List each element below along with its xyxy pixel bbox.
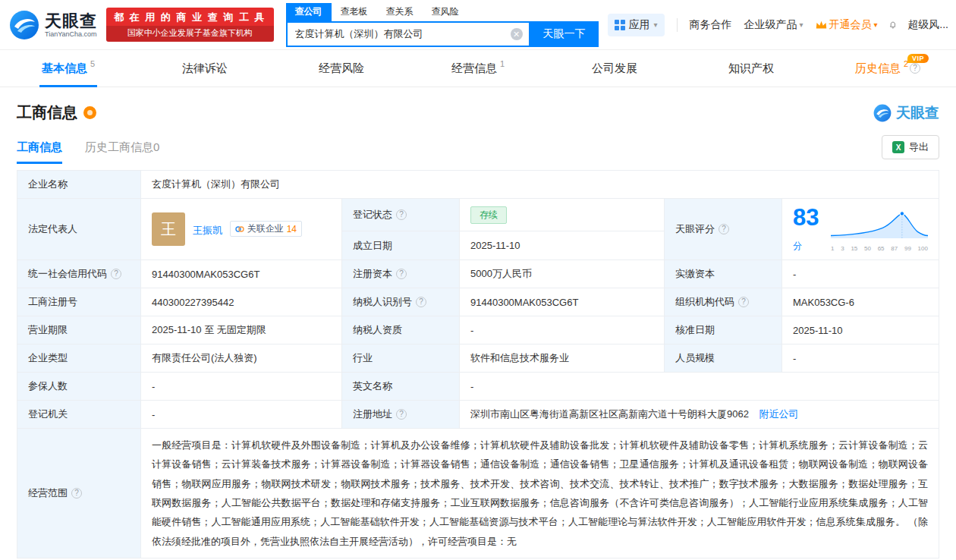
status-badge: 存续 (470, 206, 507, 224)
tab-history-info[interactable]: 历史信息 2 ? VIP (819, 50, 956, 87)
field-label-reg-status: 登记状态? (342, 199, 460, 231)
field-label-legal-rep: 法定代表人 (17, 199, 141, 260)
top-header: 天眼查 TianYanCha.com 都 在 用 的 商 业 查 询 工 具 国… (0, 0, 956, 50)
field-label-taxpayer-id: 纳税人识别号? (342, 288, 460, 316)
search-tab-company[interactable]: 查公司 (286, 3, 332, 21)
field-label-score: 天眼评分? (665, 199, 782, 260)
score-value: 83分 (793, 206, 822, 253)
field-label-business-scope: 经营范围? (17, 429, 141, 558)
search-input[interactable] (288, 23, 529, 46)
section-badge-icon[interactable] (83, 106, 96, 119)
search-input-wrap: ✕ (286, 21, 530, 47)
field-label-business-term: 营业期限 (17, 316, 141, 344)
field-label-paid-capital: 实缴资本 (665, 260, 782, 288)
bell-icon[interactable] (890, 18, 896, 32)
brand-watermark-text: 天眼查 (896, 103, 939, 123)
field-label-org-code: 组织机构代码? (665, 288, 782, 316)
page-tabs: 基本信息 5 法律诉讼 经营风险 经营信息 1 公司发展 知识产权 历史信息 2… (0, 50, 956, 87)
avatar[interactable]: 王 (152, 212, 185, 246)
tianyancha-logo[interactable]: 天眼查 TianYanCha.com (9, 10, 97, 40)
slogan-line1: 都 在 用 的 商 业 查 询 工 具 (106, 8, 274, 26)
clear-icon[interactable]: ✕ (511, 28, 523, 40)
table-row: 企业类型 有限责任公司(法人独资) 行业 软件和信息技术服务业 人员规模 - (17, 344, 939, 373)
search-block: 查公司 查老板 查关系 查风险 ✕ 天眼一下 (286, 3, 599, 47)
score-chart: 13 1550 6587 99100 (831, 207, 928, 252)
nav-enterprise-products[interactable]: 企业级产品 ▾ (744, 18, 803, 32)
help-icon[interactable]: ? (396, 269, 407, 279)
logo-icon (873, 104, 892, 122)
field-value-reg-capital: 5000万人民币 (460, 260, 665, 288)
table-row: 统一社会信用代码? 91440300MAK053CG6T 注册资本? 5000万… (17, 260, 939, 288)
help-icon[interactable]: ? (396, 209, 407, 220)
help-icon[interactable]: ? (738, 297, 749, 307)
field-value-establish-date: 2025-11-10 (460, 231, 665, 260)
field-label-english-name: 英文名称 (342, 373, 460, 401)
help-icon[interactable]: ? (416, 297, 426, 307)
search-tab-relation[interactable]: 查关系 (377, 3, 423, 21)
field-value-insured-count: - (141, 373, 342, 401)
field-label-industry: 行业 (342, 344, 460, 373)
field-value-reg-address: 深圳市南山区粤海街道高新区社区高新南六道十号朗科大厦9062 附近公司 (460, 401, 939, 429)
vip-badge: VIP (907, 54, 929, 63)
search-button[interactable]: 天眼一下 (530, 21, 599, 47)
field-label-establish-date: 成立日期 (342, 231, 460, 260)
sub-tabs: 工商信息 历史工商信息0 X 导出 (17, 135, 939, 164)
related-companies-badge[interactable]: 关联企业 14 (230, 221, 302, 237)
nav-open-membership[interactable]: 开通会员 ▾ (816, 18, 878, 32)
logo-icon (9, 10, 39, 40)
tab-operating-info[interactable]: 经营信息 1 (410, 50, 546, 87)
field-value-reg-authority: - (141, 401, 342, 429)
nav-business-cooperation[interactable]: 商务合作 (690, 18, 732, 32)
field-label-reg-address: 注册地址? (342, 401, 460, 429)
help-icon[interactable]: ? (910, 63, 920, 74)
field-label-company-name: 企业名称 (17, 171, 141, 199)
table-row: 经营范围? 一般经营项目是：计算机软硬件及外围设备制造；计算机及办公设备维修；计… (17, 429, 939, 558)
tab-operating-risk[interactable]: 经营风险 (273, 50, 410, 87)
divider (677, 18, 678, 32)
tab-company-development[interactable]: 公司发展 (546, 50, 683, 87)
tab-intellectual-property[interactable]: 知识产权 (683, 50, 819, 87)
field-value-reg-status: 存续 (460, 199, 665, 231)
subtab-business-info[interactable]: 工商信息 (17, 140, 62, 164)
help-icon[interactable]: ? (71, 488, 82, 499)
logo-text: 天眼查 (45, 11, 97, 30)
field-value-reg-number: 440300227395442 (141, 288, 342, 316)
help-icon[interactable]: ? (396, 409, 407, 420)
field-label-staff-size: 人员规模 (665, 344, 782, 373)
header-right: 应用 ▾ 商务合作 企业级产品 ▾ 开通会员 ▾ 超级风... (608, 14, 948, 36)
help-icon[interactable]: ? (719, 224, 729, 234)
score-axis: 13 1550 6587 99100 (831, 245, 928, 252)
search-tabs: 查公司 查老板 查关系 查风险 (286, 3, 599, 21)
tab-legal-proceedings[interactable]: 法律诉讼 (137, 50, 273, 87)
slogan-badge: 都 在 用 的 商 业 查 询 工 具 国家中小企业发展子基金旗下机构 (106, 8, 274, 42)
subtab-history-business-info[interactable]: 历史工商信息0 (85, 140, 159, 164)
field-value-score: 83分 13 1550 6587 (782, 199, 939, 260)
legal-rep-link[interactable]: 王振凯 (193, 225, 222, 236)
table-row: 营业期限 2025-11-10 至 无固定期限 纳税人资质 - 核准日期 202… (17, 316, 939, 344)
chevron-down-icon: ▾ (654, 20, 658, 29)
table-row: 参保人数 - 英文名称 - (17, 373, 939, 401)
main-content: 工商信息 天眼查 工商信息 历史工商信息0 X 导出 企业名称 (0, 87, 956, 560)
export-button[interactable]: X 导出 (882, 135, 939, 159)
field-value-company-type: 有限责任公司(法人独资) (141, 344, 342, 373)
nav-super-risk[interactable]: 超级风... (907, 18, 948, 32)
field-value-approval-date: 2025-11-10 (782, 316, 939, 344)
page-title: 工商信息 (17, 102, 77, 123)
table-row: 工商注册号 440300227395442 纳税人识别号? 91440300MA… (17, 288, 939, 316)
field-value-business-term: 2025-11-10 至 无固定期限 (141, 316, 342, 344)
field-value-company-name: 玄度计算机（深圳）有限公司 (141, 171, 939, 199)
search-tab-boss[interactable]: 查老板 (332, 3, 377, 21)
tab-basic-info[interactable]: 基本信息 5 (0, 50, 137, 87)
field-value-taxpayer-id: 91440300MAK053CG6T (460, 288, 665, 316)
business-info-table: 企业名称 玄度计算机（深圳）有限公司 法定代表人 王 王振凯 (17, 170, 939, 558)
field-value-credit-code: 91440300MAK053CG6T (141, 260, 342, 288)
field-value-paid-capital: - (782, 260, 939, 288)
apps-button[interactable]: 应用 ▾ (608, 14, 665, 36)
field-label-reg-authority: 登记机关 (17, 401, 141, 429)
field-label-credit-code: 统一社会信用代码? (17, 260, 141, 288)
field-value-business-scope: 一般经营项目是：计算机软硬件及外围设备制造；计算机及办公设备维修；计算机软硬件及… (141, 429, 939, 558)
nearby-companies-link[interactable]: 附近公司 (759, 408, 799, 420)
search-tab-risk[interactable]: 查风险 (423, 3, 468, 21)
help-icon[interactable]: ? (111, 269, 121, 279)
logo-subtext: TianYanCha.com (45, 30, 97, 38)
